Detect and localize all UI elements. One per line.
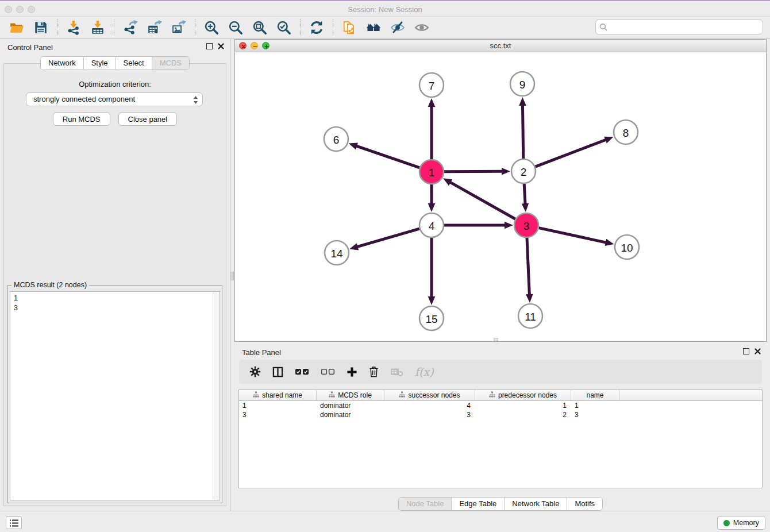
graph-node-3[interactable]: 3 [514, 213, 538, 237]
session-title: Session: New Session [0, 5, 770, 14]
network-from-file-button[interactable] [340, 18, 359, 37]
import-table-button[interactable] [88, 18, 107, 37]
graph-edge-3-10[interactable] [538, 228, 607, 243]
close-panel-button[interactable]: Close panel [118, 112, 178, 126]
memory-button[interactable]: Memory [717, 516, 765, 530]
graph-edge-3-11[interactable] [527, 238, 529, 296]
svg-text:3: 3 [523, 220, 530, 232]
table-cell[interactable]: 3 [571, 410, 619, 419]
column-header-filler [619, 390, 762, 400]
graph-edge-arrow-4-15 [428, 296, 436, 305]
graph-edge-2-9[interactable] [522, 104, 523, 159]
graph-node-6[interactable]: 6 [324, 127, 348, 151]
float-table-panel-icon[interactable] [743, 348, 749, 354]
tab-style[interactable]: Style [83, 57, 116, 70]
table-cell[interactable]: dominator [317, 401, 384, 410]
add-button[interactable] [346, 367, 357, 377]
close-panel-icon[interactable] [218, 43, 224, 49]
graph-node-1[interactable]: 1 [419, 160, 444, 184]
graph-node-2[interactable]: 2 [511, 159, 536, 183]
refresh-button[interactable] [307, 18, 326, 37]
splitter-grip[interactable] [230, 272, 234, 280]
zoom-in-button[interactable] [202, 18, 221, 37]
svg-text:14: 14 [330, 248, 343, 260]
graph-node-11[interactable]: 11 [518, 304, 542, 328]
task-history-button[interactable] [6, 516, 22, 529]
table-tab-edge-table[interactable]: Edge Table [451, 498, 504, 510]
toolbar-separator [333, 19, 333, 36]
graph-node-7[interactable]: 7 [419, 73, 444, 97]
zoom-fit-button[interactable] [251, 18, 269, 37]
mcds-result-box[interactable]: 13 [10, 291, 220, 500]
column-header-shared-name[interactable]: shared name [239, 390, 317, 400]
table-tab-motifs[interactable]: Motifs [567, 498, 602, 510]
hide-details-icon [390, 20, 405, 35]
zoom-selected-button[interactable] [275, 18, 293, 37]
import-network-button[interactable] [64, 18, 83, 37]
table-cell[interactable]: dominator [317, 410, 384, 419]
zoom-out-icon [228, 20, 243, 35]
zoom-out-button[interactable] [226, 18, 245, 37]
export-network-button[interactable] [121, 18, 140, 37]
export-image-button[interactable] [170, 18, 188, 37]
open-folder-button[interactable] [7, 18, 26, 37]
tab-network[interactable]: Network [41, 57, 83, 70]
svg-text:7: 7 [429, 80, 435, 92]
gear-button[interactable] [249, 366, 261, 377]
table-cell[interactable]: 2 [475, 410, 571, 419]
graph-node-8[interactable]: 8 [614, 120, 638, 144]
graph-edge-1-2[interactable] [444, 171, 503, 172]
column-header-successor-nodes[interactable]: successor nodes [384, 390, 475, 400]
table-cell[interactable]: 1 [475, 401, 571, 410]
columns-button[interactable] [272, 367, 283, 377]
column-header-MCDS-role[interactable]: MCDS role [317, 390, 384, 400]
export-table-icon [147, 20, 162, 35]
select-all-button[interactable] [295, 368, 309, 376]
column-header-name[interactable]: name [571, 390, 619, 400]
table-row[interactable]: 1dominator411 [239, 401, 762, 410]
graph-node-10[interactable]: 10 [615, 235, 639, 259]
table-tab-node-table[interactable]: Node Table [399, 498, 452, 510]
search-input[interactable] [595, 20, 763, 34]
table-panel-title: Table Panel [242, 348, 281, 357]
canvas-resize-grip[interactable] [494, 338, 498, 341]
network-window: scc.txt 7968124314101511 [234, 39, 767, 342]
network-canvas[interactable]: 7968124314101511 [235, 52, 766, 341]
table-cell[interactable]: 1 [239, 401, 317, 410]
table-cell[interactable]: 4 [384, 401, 475, 410]
tab-mcds[interactable]: MCDS [152, 57, 189, 70]
graph-node-14[interactable]: 14 [325, 241, 349, 265]
result-line: 3 [14, 303, 216, 313]
run-mcds-button[interactable]: Run MCDS [53, 112, 110, 126]
spinner-icon [193, 95, 198, 109]
bird-view-button[interactable] [413, 18, 431, 37]
gear-icon [249, 366, 261, 377]
table-cell[interactable]: 3 [384, 410, 475, 419]
tab-select[interactable]: Select [116, 57, 152, 70]
deselect-all-button[interactable] [321, 368, 335, 376]
export-table-button[interactable] [145, 18, 164, 37]
float-panel-icon[interactable] [206, 43, 213, 49]
graph-edge-4-14[interactable] [356, 229, 419, 247]
home-button[interactable] [364, 18, 383, 37]
table-cell[interactable]: 1 [571, 401, 619, 410]
result-scrollbar[interactable] [213, 292, 220, 500]
close-table-panel-icon[interactable] [754, 348, 761, 354]
hide-details-button[interactable] [388, 18, 407, 37]
control-panel-header: Control Panel [0, 39, 230, 55]
table-tab-network-table[interactable]: Network Table [504, 498, 567, 510]
graph-edge-3-1[interactable] [449, 182, 515, 219]
delete-button[interactable] [369, 366, 379, 377]
column-header-predecessor-nodes[interactable]: predecessor nodes [475, 390, 571, 400]
table-cell[interactable]: 3 [239, 410, 317, 419]
graph-node-9[interactable]: 9 [510, 72, 534, 96]
graph-edge-1-6[interactable] [355, 145, 419, 167]
save-button[interactable] [32, 18, 50, 37]
app-window: Session: New Session Control Panel Netwo… [0, 0, 770, 532]
graph-node-4[interactable]: 4 [419, 213, 444, 237]
graph-node-15[interactable]: 15 [419, 306, 444, 330]
table-row[interactable]: 3dominator323 [239, 410, 762, 419]
graph-edge-2-3[interactable] [524, 184, 525, 205]
graph-edge-2-8[interactable] [536, 139, 607, 167]
criterion-select[interactable]: strongly connected component [26, 92, 203, 106]
